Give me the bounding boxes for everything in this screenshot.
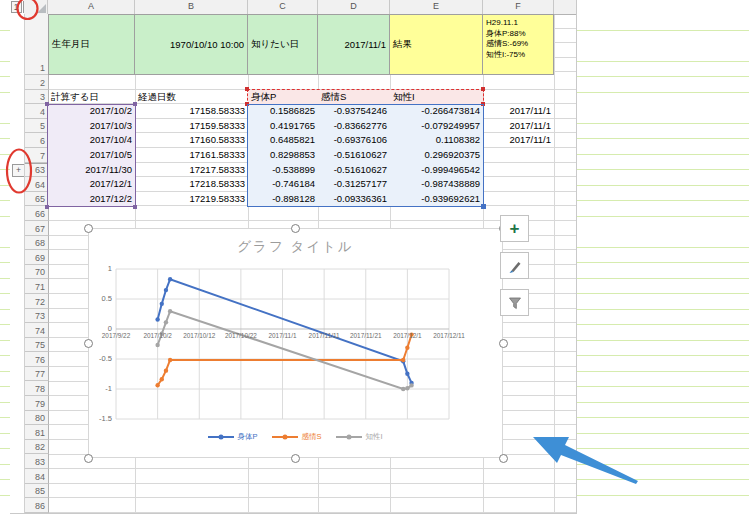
cell-emotional-value[interactable]: -0.51610627 bbox=[318, 163, 390, 178]
data-point[interactable] bbox=[401, 387, 405, 391]
chart-elements-button[interactable]: + bbox=[500, 215, 529, 242]
column-header-g-partial[interactable] bbox=[554, 0, 576, 14]
cell-physical-value[interactable]: -0.746184 bbox=[248, 177, 318, 192]
cell-ref-date[interactable]: 2017/11/1 bbox=[483, 104, 554, 119]
cell-physical-value[interactable]: 0.6485821 bbox=[248, 133, 318, 148]
chart-styles-button[interactable] bbox=[500, 252, 529, 279]
row-header[interactable]: 74 bbox=[25, 323, 49, 338]
cell-intellectual-value[interactable]: -0.939692621 bbox=[390, 192, 483, 207]
cell-elapsed-days[interactable]: 17218.58333 bbox=[135, 177, 248, 192]
cell-calc-date[interactable]: 2017/12/2 bbox=[48, 192, 135, 207]
data-point[interactable] bbox=[155, 383, 159, 387]
chart-resize-handle-sw[interactable] bbox=[84, 454, 93, 463]
cell-elapsed-days-header[interactable]: 経過日数 bbox=[135, 90, 248, 105]
cell-calc-date[interactable]: 2017/10/2 bbox=[48, 104, 135, 119]
data-point[interactable] bbox=[164, 320, 168, 324]
chart-legend[interactable]: 身体P 感情S 知性I bbox=[89, 432, 502, 442]
chart-resize-handle-w[interactable] bbox=[84, 339, 93, 348]
cell-ref-date[interactable] bbox=[483, 163, 554, 178]
cell-calc-day-header[interactable]: 計算する日 bbox=[48, 90, 135, 105]
chart-resize-handle-se[interactable] bbox=[499, 454, 508, 463]
row-header[interactable]: 81 bbox=[25, 425, 49, 440]
column-header-e[interactable]: E bbox=[390, 0, 483, 14]
row-header[interactable]: 67 bbox=[25, 221, 49, 236]
data-point[interactable] bbox=[155, 317, 159, 321]
row-header[interactable]: 7 bbox=[25, 148, 49, 163]
chart-filters-button[interactable] bbox=[500, 289, 529, 316]
row-header[interactable]: 6 bbox=[25, 133, 49, 148]
row-header[interactable]: 65 bbox=[25, 192, 49, 207]
data-point[interactable] bbox=[160, 302, 164, 306]
row-header[interactable]: 82 bbox=[25, 440, 49, 455]
data-point[interactable] bbox=[168, 309, 172, 313]
column-header-f[interactable]: F bbox=[483, 0, 554, 14]
cell-physical-value[interactable]: -0.538899 bbox=[248, 163, 318, 178]
cell-intellectual-value[interactable]: -0.079249957 bbox=[390, 119, 483, 134]
cell-elapsed-days[interactable]: 17219.58333 bbox=[135, 192, 248, 207]
cell-birthdate-label[interactable]: 生年月日 bbox=[48, 14, 135, 75]
cell-emotional-value[interactable]: -0.31257177 bbox=[318, 177, 390, 192]
row-header[interactable]: 79 bbox=[25, 396, 49, 411]
cell-intellectual-header[interactable]: 知性I bbox=[390, 90, 483, 105]
outline-level-1-button[interactable]: 1 bbox=[11, 1, 22, 13]
cell-emotional-value[interactable]: -0.93754246 bbox=[318, 104, 390, 119]
row-header[interactable]: 80 bbox=[25, 411, 49, 426]
data-point[interactable] bbox=[155, 343, 159, 347]
cell-intellectual-value[interactable]: 0.1108382 bbox=[390, 133, 483, 148]
cell-target-day-value[interactable]: 2017/11/1 bbox=[318, 14, 390, 75]
row-header[interactable]: 3 bbox=[25, 90, 49, 105]
cell-ref-date[interactable]: 2017/11/1 bbox=[483, 133, 554, 148]
row-header[interactable]: 84 bbox=[25, 469, 49, 484]
cell-calc-date[interactable]: 2017/12/1 bbox=[48, 177, 135, 192]
row-header[interactable]: 70 bbox=[25, 265, 49, 280]
chart-resize-handle-s[interactable] bbox=[291, 454, 300, 463]
cell-physical-value[interactable]: -0.898128 bbox=[248, 192, 318, 207]
data-point[interactable] bbox=[405, 346, 409, 350]
data-point[interactable] bbox=[405, 386, 409, 390]
legend-item-emotional[interactable]: 感情S bbox=[272, 432, 321, 442]
cell-ref-date[interactable] bbox=[483, 148, 554, 163]
row-header[interactable]: 64 bbox=[25, 177, 49, 192]
data-point[interactable] bbox=[168, 358, 172, 362]
cell-emotional-value[interactable]: -0.51610627 bbox=[318, 148, 390, 163]
cell-physical-value[interactable]: 0.1586825 bbox=[248, 104, 318, 119]
row-header[interactable]: 75 bbox=[25, 338, 49, 353]
cell-elapsed-days[interactable]: 17159.58333 bbox=[135, 119, 248, 134]
cell-elapsed-days[interactable]: 17158.58333 bbox=[135, 104, 248, 119]
series-line-感情S[interactable] bbox=[158, 335, 412, 386]
legend-item-intellectual[interactable]: 知性I bbox=[336, 432, 382, 442]
row-header[interactable]: 85 bbox=[25, 484, 49, 499]
row-header[interactable]: 68 bbox=[25, 236, 49, 251]
cell-birthdate-value[interactable]: 1970/10/10 10:00 bbox=[135, 14, 248, 75]
row-header[interactable]: 73 bbox=[25, 309, 49, 324]
cell-physical-value[interactable]: 0.8298853 bbox=[248, 148, 318, 163]
chart-resize-handle-e[interactable] bbox=[499, 339, 508, 348]
cell-calc-date[interactable]: 2017/10/4 bbox=[48, 133, 135, 148]
row-header[interactable]: 86 bbox=[25, 498, 49, 513]
row-header[interactable]: 72 bbox=[25, 294, 49, 309]
row-header[interactable]: 4 bbox=[25, 104, 49, 119]
cell-calc-date[interactable]: 2017/10/5 bbox=[48, 148, 135, 163]
cell-emotional-value[interactable]: -0.09336361 bbox=[318, 192, 390, 207]
chart-resize-handle-nw[interactable] bbox=[84, 224, 93, 233]
cell-result-summary[interactable]: H29.11.1 身体P:88% 感情S:-69% 知性I:-75% bbox=[483, 14, 554, 75]
data-point[interactable] bbox=[168, 277, 172, 281]
row-header[interactable]: 83 bbox=[25, 454, 49, 469]
data-point[interactable] bbox=[409, 383, 413, 387]
row-header[interactable]: 1 bbox=[25, 14, 49, 75]
row-header[interactable]: 66 bbox=[25, 206, 49, 221]
cell-intellectual-value[interactable]: -0.999496542 bbox=[390, 163, 483, 178]
cell-ref-date[interactable] bbox=[483, 192, 554, 207]
cell-ref-date[interactable]: 2017/11/1 bbox=[483, 119, 554, 134]
data-point[interactable] bbox=[164, 368, 168, 372]
cell-intellectual-value[interactable]: -0.266473814 bbox=[390, 104, 483, 119]
cell-elapsed-days[interactable]: 17161.58333 bbox=[135, 148, 248, 163]
cell-emotional-value[interactable]: -0.83662776 bbox=[318, 119, 390, 134]
column-header-a[interactable]: A bbox=[48, 0, 135, 14]
row-header[interactable]: 77 bbox=[25, 367, 49, 382]
row-header[interactable]: 63 bbox=[25, 163, 49, 178]
chart-resize-handle-n[interactable] bbox=[291, 224, 300, 233]
cell-intellectual-value[interactable]: 0.296920375 bbox=[390, 148, 483, 163]
column-header-c[interactable]: C bbox=[248, 0, 318, 14]
column-header-b[interactable]: B bbox=[135, 0, 248, 14]
